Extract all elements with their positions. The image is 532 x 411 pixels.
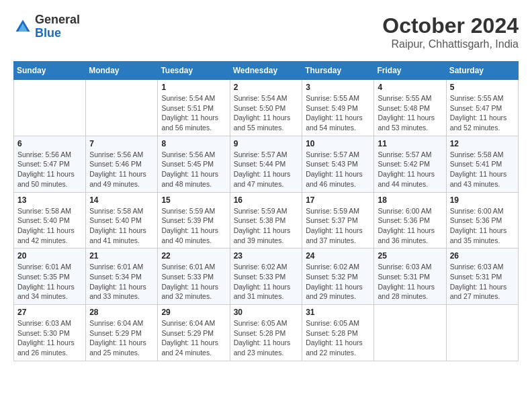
- day-info: Sunrise: 5:57 AM Sunset: 5:42 PM Dayligh…: [378, 150, 442, 189]
- day-number: 15: [161, 195, 226, 205]
- day-info: Sunrise: 6:00 AM Sunset: 5:36 PM Dayligh…: [450, 206, 515, 246]
- day-number: 6: [17, 139, 82, 148]
- day-number: 11: [378, 139, 442, 148]
- day-info: Sunrise: 6:03 AM Sunset: 5:31 PM Dayligh…: [450, 262, 515, 302]
- calendar-cell: 22Sunrise: 6:01 AM Sunset: 5:33 PM Dayli…: [158, 248, 230, 305]
- day-info: Sunrise: 5:55 AM Sunset: 5:48 PM Dayligh…: [378, 93, 442, 133]
- day-info: Sunrise: 6:01 AM Sunset: 5:33 PM Dayligh…: [161, 262, 226, 302]
- logo-text: General Blue: [35, 13, 80, 40]
- calendar-cell: 8Sunrise: 5:56 AM Sunset: 5:45 PM Daylig…: [158, 136, 230, 192]
- day-number: 5: [450, 83, 515, 92]
- day-number: 27: [17, 308, 82, 317]
- day-info: Sunrise: 6:03 AM Sunset: 5:30 PM Dayligh…: [17, 318, 82, 358]
- day-info: Sunrise: 5:58 AM Sunset: 5:40 PM Dayligh…: [17, 206, 82, 246]
- weekday-header-tuesday: Tuesday: [158, 62, 230, 80]
- day-info: Sunrise: 6:02 AM Sunset: 5:32 PM Dayligh…: [306, 262, 370, 302]
- calendar-cell: 5Sunrise: 5:55 AM Sunset: 5:47 PM Daylig…: [446, 80, 518, 136]
- logo-blue-text: Blue: [35, 27, 80, 40]
- day-info: Sunrise: 6:05 AM Sunset: 5:28 PM Dayligh…: [234, 318, 299, 358]
- weekday-header-monday: Monday: [86, 62, 158, 80]
- calendar-cell: 2Sunrise: 5:54 AM Sunset: 5:50 PM Daylig…: [230, 80, 302, 136]
- calendar-week-row: 20Sunrise: 6:01 AM Sunset: 5:35 PM Dayli…: [14, 248, 519, 305]
- calendar-cell: 13Sunrise: 5:58 AM Sunset: 5:40 PM Dayli…: [14, 192, 86, 248]
- calendar-cell: 26Sunrise: 6:03 AM Sunset: 5:31 PM Dayli…: [446, 248, 518, 305]
- calendar-cell: 29Sunrise: 6:04 AM Sunset: 5:29 PM Dayli…: [158, 305, 230, 361]
- day-number: 16: [234, 195, 299, 205]
- calendar-cell: 16Sunrise: 5:59 AM Sunset: 5:38 PM Dayli…: [230, 192, 302, 248]
- day-number: 23: [234, 251, 299, 261]
- calendar-week-row: 27Sunrise: 6:03 AM Sunset: 5:30 PM Dayli…: [14, 305, 519, 361]
- day-number: 20: [17, 251, 82, 261]
- location-subtitle: Raipur, Chhattisgarh, India: [382, 38, 519, 50]
- day-number: 21: [89, 251, 154, 261]
- day-number: 25: [378, 251, 442, 261]
- day-info: Sunrise: 5:57 AM Sunset: 5:43 PM Dayligh…: [306, 150, 370, 189]
- day-info: Sunrise: 6:02 AM Sunset: 5:33 PM Dayligh…: [234, 262, 299, 302]
- calendar-cell: [446, 305, 518, 361]
- day-number: 17: [306, 195, 370, 205]
- calendar-cell: 30Sunrise: 6:05 AM Sunset: 5:28 PM Dayli…: [230, 305, 302, 361]
- calendar-cell: 4Sunrise: 5:55 AM Sunset: 5:48 PM Daylig…: [374, 80, 446, 136]
- calendar-table: SundayMondayTuesdayWednesdayThursdayFrid…: [13, 61, 519, 361]
- calendar-cell: 23Sunrise: 6:02 AM Sunset: 5:33 PM Dayli…: [230, 248, 302, 305]
- calendar-cell: 7Sunrise: 5:56 AM Sunset: 5:46 PM Daylig…: [86, 136, 158, 192]
- day-info: Sunrise: 6:04 AM Sunset: 5:29 PM Dayligh…: [161, 318, 226, 358]
- day-info: Sunrise: 5:54 AM Sunset: 5:51 PM Dayligh…: [161, 93, 226, 133]
- calendar-cell: 27Sunrise: 6:03 AM Sunset: 5:30 PM Dayli…: [14, 305, 86, 361]
- calendar-week-row: 1Sunrise: 5:54 AM Sunset: 5:51 PM Daylig…: [14, 80, 519, 136]
- day-info: Sunrise: 5:57 AM Sunset: 5:44 PM Dayligh…: [234, 150, 299, 189]
- day-number: 1: [161, 83, 226, 92]
- day-number: 31: [306, 308, 370, 317]
- calendar-week-row: 6Sunrise: 5:56 AM Sunset: 5:47 PM Daylig…: [14, 136, 519, 192]
- day-info: Sunrise: 6:05 AM Sunset: 5:28 PM Dayligh…: [306, 318, 370, 358]
- day-number: 13: [17, 195, 82, 205]
- day-info: Sunrise: 6:01 AM Sunset: 5:34 PM Dayligh…: [89, 262, 154, 302]
- day-info: Sunrise: 6:00 AM Sunset: 5:36 PM Dayligh…: [378, 206, 442, 246]
- day-number: 30: [234, 308, 299, 317]
- calendar-week-row: 13Sunrise: 5:58 AM Sunset: 5:40 PM Dayli…: [14, 192, 519, 248]
- day-number: 9: [234, 139, 299, 148]
- day-info: Sunrise: 5:59 AM Sunset: 5:39 PM Dayligh…: [161, 206, 226, 246]
- calendar-cell: 1Sunrise: 5:54 AM Sunset: 5:51 PM Daylig…: [158, 80, 230, 136]
- day-number: 26: [450, 251, 515, 261]
- day-number: 19: [450, 195, 515, 205]
- day-number: 10: [306, 139, 370, 148]
- day-info: Sunrise: 5:55 AM Sunset: 5:47 PM Dayligh…: [450, 93, 515, 133]
- day-number: 18: [378, 195, 442, 205]
- logo-general-text: General: [35, 13, 80, 27]
- calendar-cell: [374, 305, 446, 361]
- day-info: Sunrise: 5:55 AM Sunset: 5:49 PM Dayligh…: [306, 93, 370, 133]
- title-block: October 2024 Raipur, Chhattisgarh, India: [382, 13, 519, 50]
- weekday-header-friday: Friday: [374, 62, 446, 80]
- calendar-cell: 20Sunrise: 6:01 AM Sunset: 5:35 PM Dayli…: [14, 248, 86, 305]
- day-number: 28: [89, 308, 154, 317]
- day-number: 29: [161, 308, 226, 317]
- day-info: Sunrise: 5:59 AM Sunset: 5:38 PM Dayligh…: [234, 206, 299, 246]
- calendar-cell: 31Sunrise: 6:05 AM Sunset: 5:28 PM Dayli…: [302, 305, 374, 361]
- calendar-cell: 14Sunrise: 5:58 AM Sunset: 5:40 PM Dayli…: [86, 192, 158, 248]
- day-info: Sunrise: 5:56 AM Sunset: 5:47 PM Dayligh…: [17, 150, 82, 189]
- day-info: Sunrise: 5:58 AM Sunset: 5:40 PM Dayligh…: [89, 206, 154, 246]
- day-number: 14: [89, 195, 154, 205]
- calendar-header-row: SundayMondayTuesdayWednesdayThursdayFrid…: [14, 62, 519, 80]
- calendar-cell: 18Sunrise: 6:00 AM Sunset: 5:36 PM Dayli…: [374, 192, 446, 248]
- day-info: Sunrise: 5:56 AM Sunset: 5:46 PM Dayligh…: [89, 150, 154, 189]
- page-header: General Blue October 2024 Raipur, Chhatt…: [13, 13, 519, 50]
- calendar-cell: 3Sunrise: 5:55 AM Sunset: 5:49 PM Daylig…: [302, 80, 374, 136]
- calendar-cell: 6Sunrise: 5:56 AM Sunset: 5:47 PM Daylig…: [14, 136, 86, 192]
- weekday-header-wednesday: Wednesday: [230, 62, 302, 80]
- day-info: Sunrise: 5:59 AM Sunset: 5:37 PM Dayligh…: [306, 206, 370, 246]
- day-info: Sunrise: 6:01 AM Sunset: 5:35 PM Dayligh…: [17, 262, 82, 302]
- day-info: Sunrise: 5:58 AM Sunset: 5:41 PM Dayligh…: [450, 150, 515, 189]
- calendar-cell: 10Sunrise: 5:57 AM Sunset: 5:43 PM Dayli…: [302, 136, 374, 192]
- day-number: 2: [234, 83, 299, 92]
- calendar-cell: 24Sunrise: 6:02 AM Sunset: 5:32 PM Dayli…: [302, 248, 374, 305]
- day-info: Sunrise: 5:54 AM Sunset: 5:50 PM Dayligh…: [234, 93, 299, 133]
- day-info: Sunrise: 5:56 AM Sunset: 5:45 PM Dayligh…: [161, 150, 226, 189]
- calendar-cell: 11Sunrise: 5:57 AM Sunset: 5:42 PM Dayli…: [374, 136, 446, 192]
- calendar-cell: 21Sunrise: 6:01 AM Sunset: 5:34 PM Dayli…: [86, 248, 158, 305]
- day-number: 12: [450, 139, 515, 148]
- day-number: 24: [306, 251, 370, 261]
- day-number: 22: [161, 251, 226, 261]
- weekday-header-sunday: Sunday: [14, 62, 86, 80]
